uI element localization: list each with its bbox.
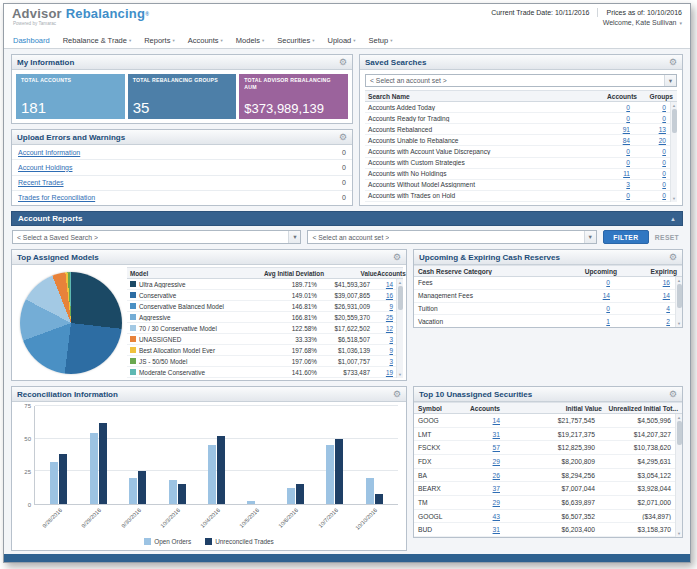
open-orders-bar[interactable] bbox=[287, 488, 295, 504]
scrollbar[interactable]: ▲▼ bbox=[670, 102, 677, 202]
open-orders-bar[interactable] bbox=[129, 478, 137, 504]
model-accounts-link[interactable]: 9 bbox=[370, 347, 396, 354]
upload-error-link[interactable]: Account Holdings bbox=[18, 164, 72, 171]
column-header-search-name[interactable]: Search Name bbox=[365, 93, 595, 100]
saved-search-accounts-link[interactable]: 0 bbox=[588, 104, 634, 111]
column-header-value[interactable]: Value bbox=[324, 270, 377, 277]
open-orders-bar[interactable] bbox=[326, 445, 334, 504]
security-accounts-link[interactable]: 57 bbox=[460, 444, 500, 451]
open-orders-bar[interactable] bbox=[366, 478, 374, 504]
security-accounts-link[interactable]: 26 bbox=[460, 472, 500, 479]
expiring-link[interactable]: 4 bbox=[615, 305, 675, 312]
expiring-link[interactable]: 14 bbox=[615, 292, 675, 299]
scroll-up-icon[interactable]: ▲ bbox=[398, 280, 402, 285]
filter-account-set-select[interactable]: < Select an account set > ▼ bbox=[307, 230, 596, 244]
column-header-upcoming[interactable]: Upcoming bbox=[558, 268, 622, 275]
saved-search-groups-link[interactable]: 0 bbox=[634, 181, 670, 188]
models-pie-chart[interactable] bbox=[20, 272, 122, 374]
nav-item-rebalance-trade[interactable]: Rebalance & Trade▾ bbox=[63, 36, 131, 45]
security-accounts-link[interactable]: 14 bbox=[460, 417, 500, 424]
nav-item-setup[interactable]: Setup▾ bbox=[369, 36, 393, 45]
saved-search-groups-link[interactable]: 0 bbox=[634, 159, 670, 166]
unreconciled-trades-bar[interactable] bbox=[296, 484, 304, 504]
security-accounts-link[interactable]: 31 bbox=[460, 526, 500, 533]
unreconciled-trades-bar[interactable] bbox=[178, 484, 186, 504]
model-accounts-link[interactable]: 12 bbox=[370, 325, 396, 332]
model-accounts-link[interactable]: 16 bbox=[370, 292, 396, 299]
saved-search-groups-link[interactable]: 0 bbox=[634, 104, 670, 111]
model-accounts-link[interactable]: 3 bbox=[370, 336, 396, 343]
gear-icon[interactable]: ⚙ bbox=[339, 133, 347, 142]
scrollbar-thumb[interactable] bbox=[677, 284, 682, 308]
unreconciled-trades-bar[interactable] bbox=[138, 471, 146, 504]
security-accounts-link[interactable]: 29 bbox=[460, 499, 500, 506]
saved-search-accounts-link[interactable]: 11 bbox=[588, 170, 634, 177]
unreconciled-trades-bar[interactable] bbox=[375, 494, 383, 504]
saved-search-select[interactable]: < Select a Saved Search > ▼ bbox=[12, 230, 301, 244]
saved-search-groups-link[interactable]: 0 bbox=[634, 115, 670, 122]
scroll-down-icon[interactable]: ▼ bbox=[677, 531, 681, 536]
column-header-cash-reserve-category[interactable]: Cash Reserve Category bbox=[414, 268, 558, 275]
scroll-up-icon[interactable]: ▲ bbox=[677, 278, 681, 283]
reset-button[interactable]: RESET bbox=[655, 234, 679, 241]
upcoming-link[interactable]: 0 bbox=[551, 279, 615, 286]
nav-item-reports[interactable]: Reports▾ bbox=[144, 36, 175, 45]
nav-item-models[interactable]: Models▾ bbox=[236, 36, 264, 45]
scrollbar-thumb[interactable] bbox=[672, 109, 677, 133]
saved-search-accounts-link[interactable]: 0 bbox=[588, 115, 634, 122]
unreconciled-trades-bar[interactable] bbox=[335, 439, 343, 504]
upcoming-link[interactable]: 0 bbox=[551, 305, 615, 312]
model-accounts-link[interactable]: 3 bbox=[370, 358, 396, 365]
saved-search-accounts-link[interactable]: 3 bbox=[588, 181, 634, 188]
scrollbar-thumb[interactable] bbox=[398, 286, 403, 310]
open-orders-bar[interactable] bbox=[169, 480, 177, 504]
security-accounts-link[interactable]: 31 bbox=[460, 431, 500, 438]
saved-search-accounts-link[interactable]: 84 bbox=[588, 137, 634, 144]
scroll-up-icon[interactable]: ▲ bbox=[677, 415, 681, 420]
gear-icon[interactable]: ⚙ bbox=[393, 253, 401, 262]
gear-icon[interactable]: ⚙ bbox=[669, 253, 677, 262]
column-header-accounts[interactable]: Accounts bbox=[595, 93, 641, 100]
column-header-model[interactable]: Model bbox=[127, 270, 262, 277]
nav-item-dashboard[interactable]: Dashboard bbox=[13, 36, 50, 45]
saved-search-accounts-link[interactable]: 0 bbox=[588, 159, 634, 166]
scroll-down-icon[interactable]: ▼ bbox=[677, 321, 681, 326]
column-header-expiring[interactable]: Expiring bbox=[622, 268, 682, 275]
scroll-down-icon[interactable]: ▼ bbox=[398, 372, 402, 377]
nav-item-securities[interactable]: Securities▾ bbox=[277, 36, 314, 45]
column-header-unrealized[interactable]: Unrealized Initial Tot... bbox=[602, 405, 682, 412]
scroll-up-icon[interactable]: ▲ bbox=[672, 103, 676, 108]
model-accounts-link[interactable]: 9 bbox=[370, 303, 396, 310]
app-logo[interactable]: Advisor Rebalancing® Powered by Tamarac bbox=[12, 7, 149, 32]
security-accounts-link[interactable]: 43 bbox=[460, 513, 500, 520]
user-menu[interactable]: Welcome, Kate Sullivan▾ bbox=[603, 19, 682, 26]
account-reports-header[interactable]: Account Reports ▲ bbox=[11, 211, 683, 226]
saved-search-accounts-link[interactable]: 0 bbox=[588, 192, 634, 199]
column-header-accounts[interactable]: Accounts bbox=[460, 405, 500, 412]
saved-search-accounts-link[interactable]: 91 bbox=[588, 126, 634, 133]
scroll-down-icon[interactable]: ▼ bbox=[672, 196, 676, 201]
column-header-avg-initial-deviation[interactable]: Avg Initial Deviation bbox=[262, 270, 324, 277]
nav-item-accounts[interactable]: Accounts▾ bbox=[188, 36, 223, 45]
gear-icon[interactable]: ⚙ bbox=[669, 58, 677, 67]
expiring-link[interactable]: 2 bbox=[615, 318, 675, 325]
saved-search-groups-link[interactable]: 20 bbox=[634, 137, 670, 144]
saved-search-groups-link[interactable]: 13 bbox=[634, 126, 670, 133]
security-accounts-link[interactable]: 37 bbox=[460, 485, 500, 492]
scrollbar[interactable]: ▲▼ bbox=[675, 414, 682, 537]
saved-search-groups-link[interactable]: 0 bbox=[634, 192, 670, 199]
unreconciled-trades-bar[interactable] bbox=[59, 454, 67, 504]
column-header-symbol[interactable]: Symbol bbox=[414, 405, 460, 412]
collapse-icon[interactable]: ▲ bbox=[670, 216, 676, 222]
column-header-initial-value[interactable]: Initial Value bbox=[500, 405, 602, 412]
saved-search-accounts-link[interactable]: 0 bbox=[588, 148, 634, 155]
upload-error-link[interactable]: Recent Trades bbox=[18, 179, 64, 186]
scrollbar[interactable]: ▲▼ bbox=[675, 277, 682, 327]
gear-icon[interactable]: ⚙ bbox=[669, 390, 677, 399]
upcoming-link[interactable]: 14 bbox=[551, 292, 615, 299]
open-orders-bar[interactable] bbox=[247, 501, 255, 504]
open-orders-bar[interactable] bbox=[208, 445, 216, 504]
model-accounts-link[interactable]: 14 bbox=[370, 281, 396, 288]
gear-icon[interactable]: ⚙ bbox=[393, 390, 401, 399]
saved-search-groups-link[interactable]: 0 bbox=[634, 148, 670, 155]
